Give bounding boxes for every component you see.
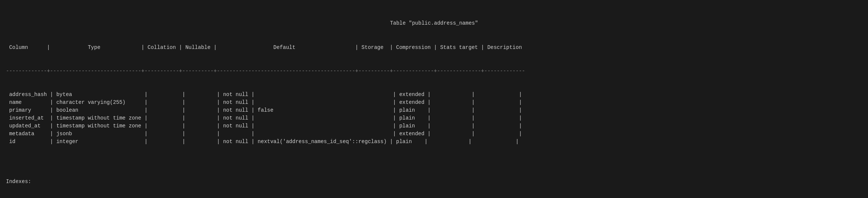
- table-row: address_hash | bytea | | | not null | | …: [6, 91, 862, 99]
- table-row: id | integer | | | not null | nextval('a…: [6, 138, 862, 146]
- table-body: address_hash | bytea | | | not null | | …: [6, 91, 862, 146]
- table-row: inserted_at | timestamp without time zon…: [6, 114, 862, 122]
- table-row: primary | boolean | | | not null | false…: [6, 106, 862, 114]
- table-row: name | character varying(255) | | | not …: [6, 99, 862, 106]
- indexes-label: Indexes:: [6, 178, 862, 186]
- terminal-output: Table "public.address_names" Column | Ty…: [6, 4, 862, 198]
- table-row: updated_at | timestamp without time zone…: [6, 122, 862, 130]
- table-row: metadata | jsonb | | | | | extended | | …: [6, 130, 862, 138]
- table-header: Column | Type | Collation | Nullable | D…: [6, 44, 862, 52]
- table-title: Table "public.address_names": [6, 19, 862, 27]
- separator: -------------+--------------------------…: [6, 67, 862, 75]
